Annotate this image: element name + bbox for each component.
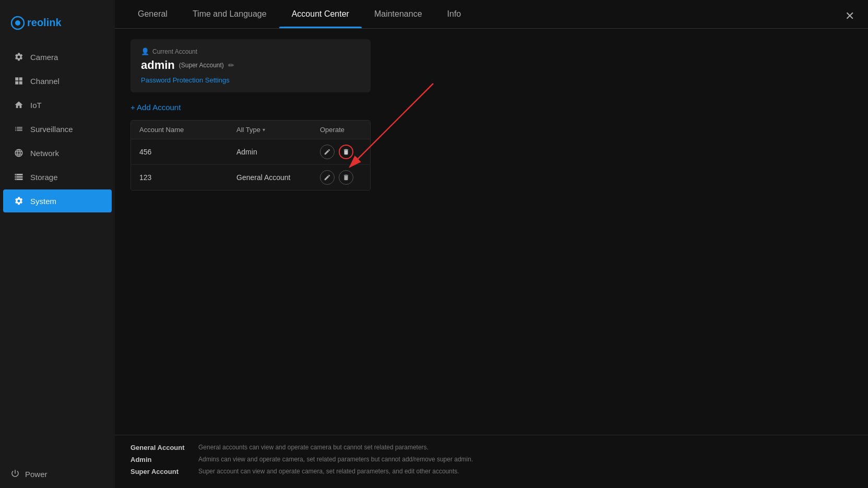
- sidebar-item-system[interactable]: System: [3, 189, 112, 212]
- system-icon: [14, 196, 24, 206]
- account-456-name: 456: [139, 148, 236, 156]
- close-button[interactable]: ✕: [842, 8, 858, 24]
- tab-time-language[interactable]: Time and Language: [180, 0, 279, 28]
- account-123-name: 123: [139, 173, 236, 182]
- power-label: Power: [25, 470, 47, 479]
- legend-row-admin: Admin Admins can view and operate camera…: [130, 456, 852, 463]
- legend-type-general: General Account: [130, 444, 193, 451]
- footer-legend: General Account General accounts can vie…: [115, 435, 868, 488]
- sidebar-item-camera[interactable]: Camera: [3, 45, 112, 68]
- tab-maintenance[interactable]: Maintenance: [362, 0, 435, 28]
- delete-123-button[interactable]: [339, 170, 353, 185]
- account-name-row: admin (Super Account) ✏: [141, 58, 360, 72]
- col-header-operate: Operate: [320, 126, 362, 134]
- table-row: 456 Admin: [131, 139, 370, 165]
- content-area: 👤 Current Account admin (Super Account) …: [115, 29, 868, 488]
- sidebar-item-channel[interactable]: Channel: [3, 69, 112, 92]
- camera-icon: [14, 52, 24, 62]
- sidebar-item-system-label: System: [30, 197, 56, 206]
- person-icon: 👤: [141, 47, 149, 55]
- account-123-operate: [320, 170, 362, 185]
- legend-desc-super: Super account can view and operate camer…: [198, 468, 459, 475]
- sidebar-item-surveillance-label: Surveillance: [30, 125, 73, 134]
- channel-icon: [14, 76, 24, 86]
- sidebar-item-surveillance[interactable]: Surveillance: [3, 117, 112, 140]
- edit-account-icon[interactable]: ✏: [228, 61, 234, 69]
- sidebar-item-network-label: Network: [30, 149, 59, 158]
- surveillance-icon: [14, 124, 24, 134]
- table-container: Account Name All Type ▾ Operate 456 Admi…: [130, 120, 371, 191]
- type-dropdown-arrow[interactable]: ▾: [263, 127, 265, 133]
- tab-info[interactable]: Info: [435, 0, 474, 28]
- tab-bar: General Time and Language Account Center…: [115, 0, 868, 29]
- edit-456-button[interactable]: [320, 145, 335, 159]
- col-header-name: Account Name: [139, 126, 236, 134]
- sidebar-item-camera-label: Camera: [30, 53, 58, 62]
- sidebar-item-network[interactable]: Network: [3, 141, 112, 164]
- delete-456-button[interactable]: [339, 145, 353, 159]
- sidebar-item-iot[interactable]: IoT: [3, 93, 112, 116]
- power-icon: [10, 469, 20, 480]
- legend-desc-general: General accounts can view and operate ca…: [198, 444, 429, 451]
- svg-text:reolink: reolink: [27, 17, 62, 28]
- tab-general[interactable]: General: [125, 0, 180, 28]
- account-456-type: Admin: [236, 148, 320, 156]
- current-account-card: 👤 Current Account admin (Super Account) …: [130, 39, 371, 92]
- password-protection-link[interactable]: Password Protection Settings: [141, 76, 230, 84]
- sidebar-item-channel-label: Channel: [30, 77, 60, 86]
- sidebar-item-storage-label: Storage: [30, 173, 58, 182]
- nav-items: Camera Channel IoT Surv: [0, 45, 115, 460]
- table-row: 123 General Account: [131, 165, 370, 190]
- col-header-type: All Type ▾: [236, 126, 320, 134]
- sidebar-item-iot-label: IoT: [30, 101, 42, 110]
- reolink-logo-svg: reolink: [10, 14, 73, 32]
- edit-123-button[interactable]: [320, 170, 335, 185]
- current-account-label: 👤 Current Account: [141, 47, 360, 55]
- account-123-type: General Account: [236, 173, 320, 182]
- account-456-operate: [320, 145, 362, 159]
- tab-account-center[interactable]: Account Center: [279, 0, 362, 28]
- account-name: admin: [141, 58, 175, 72]
- svg-point-1: [15, 20, 20, 26]
- add-account-button[interactable]: + Add Account: [130, 103, 181, 112]
- legend-row-general: General Account General accounts can vie…: [130, 444, 852, 451]
- table-header: Account Name All Type ▾ Operate: [131, 121, 370, 139]
- logo-area: reolink: [0, 5, 115, 45]
- legend-type-super: Super Account: [130, 468, 193, 475]
- network-icon: [14, 148, 24, 158]
- sidebar: reolink Camera Channel: [0, 0, 115, 488]
- storage-icon: [14, 172, 24, 182]
- accounts-table: Account Name All Type ▾ Operate 456 Admi…: [130, 120, 371, 191]
- sidebar-item-storage[interactable]: Storage: [3, 165, 112, 188]
- iot-icon: [14, 100, 24, 110]
- main-area: General Time and Language Account Center…: [115, 0, 868, 488]
- legend-row-super: Super Account Super account can view and…: [130, 468, 852, 475]
- super-account-tag: (Super Account): [179, 62, 224, 69]
- power-button[interactable]: Power: [0, 460, 115, 488]
- legend-desc-admin: Admins can view and operate camera, set …: [198, 456, 473, 463]
- legend-type-admin: Admin: [130, 456, 193, 463]
